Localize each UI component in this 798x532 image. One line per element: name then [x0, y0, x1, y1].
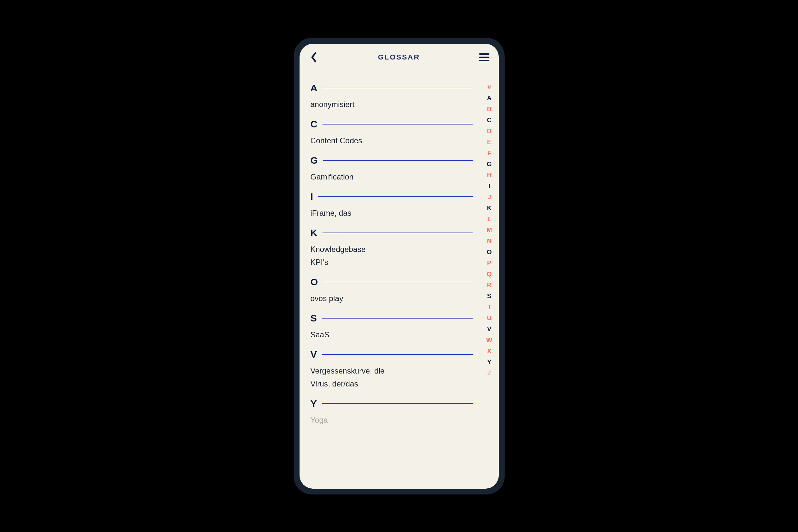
section-header: C	[310, 119, 473, 130]
section-letter: S	[310, 313, 317, 324]
index-letter-q: Q	[487, 269, 492, 279]
section-rule	[322, 403, 473, 404]
section-k: KKnowledgebaseKPI's	[310, 227, 473, 269]
index-letter-u: U	[487, 314, 491, 322]
back-button[interactable]	[309, 52, 319, 62]
index-letter-i[interactable]: I	[489, 182, 490, 190]
glossary-entry[interactable]: anonymisiert	[310, 98, 473, 111]
section-header: Y	[310, 398, 473, 409]
glossary-entry[interactable]: Knowledgebase	[310, 243, 473, 256]
section-rule	[323, 124, 473, 125]
section-v: VVergessenskurve, dieVirus, der/das	[310, 349, 473, 391]
index-letter-f: F	[487, 149, 491, 157]
page-title: GLOSSAR	[378, 53, 420, 61]
index-letter-o[interactable]: O	[487, 247, 492, 256]
section-letter: A	[310, 82, 318, 93]
hamburger-icon	[479, 53, 489, 55]
section-y: YYoga	[310, 398, 473, 426]
phone-frame: GLOSSAR AanonymisiertCContent CodesGGami…	[294, 38, 505, 494]
alphabet-index[interactable]: #ABCDEFGHIJKLMNOPQRSTUVWXYZ	[484, 68, 499, 489]
section-header: A	[310, 82, 473, 93]
section-letter: C	[310, 119, 318, 130]
section-header: V	[310, 349, 473, 360]
section-g: GGamification	[310, 155, 473, 183]
section-letter: K	[310, 227, 318, 239]
section-letter: Y	[310, 398, 317, 409]
section-rule	[323, 232, 473, 233]
section-rule	[323, 282, 473, 282]
index-letter-w: W	[486, 335, 492, 344]
index-letter-p: P	[487, 259, 491, 267]
glossary-entry[interactable]: KPI's	[310, 256, 473, 269]
index-letter-b: B	[487, 104, 491, 114]
section-s: SSaaS	[310, 313, 473, 341]
content: AanonymisiertCContent CodesGGamification…	[300, 68, 499, 489]
index-letter-g[interactable]: G	[487, 159, 492, 169]
index-letter-x: X	[487, 346, 491, 356]
glossary-entry[interactable]: Virus, der/das	[310, 377, 473, 391]
index-letter-a[interactable]: A	[487, 93, 491, 102]
section-header: K	[310, 227, 473, 239]
section-header: S	[310, 313, 473, 324]
index-letter-l: L	[487, 214, 491, 224]
glossary-entry[interactable]: iFrame, das	[310, 207, 473, 220]
glossary-list[interactable]: AanonymisiertCContent CodesGGamification…	[300, 68, 484, 489]
glossary-entry[interactable]: Content Codes	[310, 134, 473, 147]
header: GLOSSAR	[300, 44, 499, 68]
section-rule	[322, 354, 473, 355]
index-letter-v[interactable]: V	[487, 324, 491, 334]
index-letter-r: R	[487, 280, 491, 289]
section-letter: G	[310, 155, 318, 166]
index-letter-t: T	[487, 302, 491, 311]
section-c: CContent Codes	[310, 119, 473, 147]
section-a: Aanonymisiert	[310, 82, 473, 111]
section-rule	[323, 88, 473, 88]
glossary-entry[interactable]: ovos play	[310, 292, 473, 305]
phone-screen: GLOSSAR AanonymisiertCContent CodesGGami…	[300, 44, 499, 489]
section-header: G	[310, 155, 473, 166]
index-letter-e: E	[487, 137, 491, 147]
chevron-left-icon	[310, 52, 317, 62]
section-header: O	[310, 277, 473, 287]
section-letter: O	[310, 277, 318, 287]
menu-button[interactable]	[479, 53, 489, 61]
index-letter-y[interactable]: Y	[487, 357, 491, 366]
index-letter-s[interactable]: S	[487, 291, 491, 301]
section-rule	[318, 196, 473, 197]
section-header: I	[310, 191, 473, 202]
glossary-entry[interactable]: SaaS	[310, 328, 473, 341]
index-letter-j: J	[488, 192, 491, 202]
index-letter-z: Z	[487, 368, 491, 377]
section-letter: V	[310, 349, 317, 360]
section-rule	[322, 318, 473, 319]
index-letter-h: H	[487, 170, 491, 179]
index-letter-k[interactable]: K	[487, 204, 491, 212]
section-o: Oovos play	[310, 277, 473, 305]
section-rule	[323, 160, 473, 161]
section-letter: I	[310, 191, 313, 202]
glossary-entry[interactable]: Vergessenskurve, die	[310, 364, 473, 377]
glossary-entry[interactable]: Yoga	[310, 414, 473, 426]
index-letter-c[interactable]: C	[487, 115, 491, 125]
index-letter-n: N	[487, 236, 491, 245]
section-i: IiFrame, das	[310, 191, 473, 220]
index-letter-hash: #	[488, 82, 491, 92]
index-letter-m: M	[487, 225, 492, 234]
index-letter-d: D	[487, 127, 491, 135]
glossary-entry[interactable]: Gamification	[310, 170, 473, 183]
